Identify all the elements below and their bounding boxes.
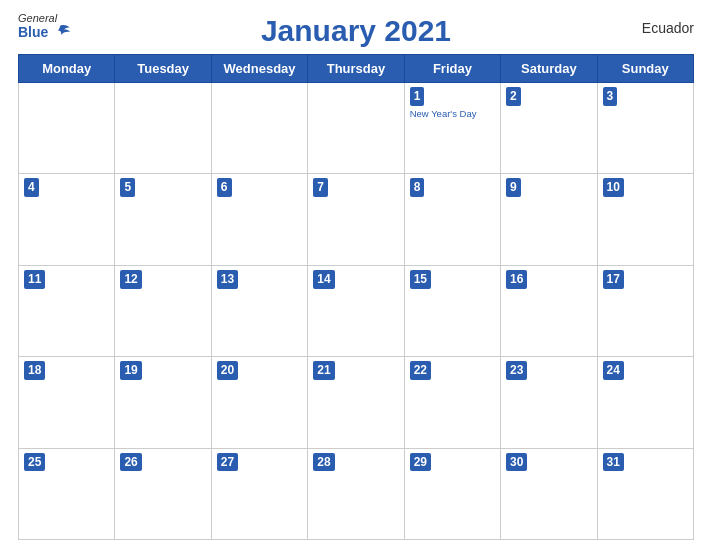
calendar-cell: 11 — [19, 265, 115, 356]
logo: General Blue — [18, 12, 72, 42]
calendar-cell: 0 — [308, 83, 404, 174]
day-number: 11 — [24, 270, 45, 289]
day-number: 29 — [410, 453, 431, 472]
day-number: 24 — [603, 361, 624, 380]
day-number: 20 — [217, 361, 238, 380]
day-number: 22 — [410, 361, 431, 380]
logo-blue: Blue — [18, 25, 48, 40]
weekday-header-tuesday: Tuesday — [115, 55, 211, 83]
day-number: 2 — [506, 87, 521, 106]
calendar-cell: 0 — [19, 83, 115, 174]
calendar-header: General Blue January 2021 Ecuador — [18, 10, 694, 48]
country-label: Ecuador — [642, 20, 694, 36]
calendar-cell: 18 — [19, 357, 115, 448]
calendar-cell: 28 — [308, 448, 404, 539]
calendar-cell: 0 — [115, 83, 211, 174]
logo-bird-icon — [50, 24, 72, 42]
logo-general: General — [18, 12, 72, 24]
day-number: 21 — [313, 361, 334, 380]
day-number: 28 — [313, 453, 334, 472]
calendar-cell: 2 — [501, 83, 597, 174]
day-number: 17 — [603, 270, 624, 289]
calendar-cell: 29 — [404, 448, 500, 539]
calendar-cell: 16 — [501, 265, 597, 356]
calendar-cell: 30 — [501, 448, 597, 539]
day-number: 14 — [313, 270, 334, 289]
calendar-cell: 15 — [404, 265, 500, 356]
calendar-cell: 21 — [308, 357, 404, 448]
day-number: 5 — [120, 178, 135, 197]
calendar-cell: 10 — [597, 174, 693, 265]
day-number: 18 — [24, 361, 45, 380]
day-number: 23 — [506, 361, 527, 380]
calendar-cell: 22 — [404, 357, 500, 448]
calendar-cell: 7 — [308, 174, 404, 265]
day-number: 3 — [603, 87, 618, 106]
calendar-cell: 14 — [308, 265, 404, 356]
calendar-cell: 13 — [211, 265, 307, 356]
week-row-5: 25262728293031 — [19, 448, 694, 539]
day-number: 10 — [603, 178, 624, 197]
holiday-label: New Year's Day — [410, 108, 495, 119]
day-number: 15 — [410, 270, 431, 289]
calendar-cell: 25 — [19, 448, 115, 539]
calendar-cell: 24 — [597, 357, 693, 448]
calendar-cell: 1New Year's Day — [404, 83, 500, 174]
day-number: 4 — [24, 178, 39, 197]
calendar-cell: 31 — [597, 448, 693, 539]
day-number: 9 — [506, 178, 521, 197]
calendar-cell: 23 — [501, 357, 597, 448]
weekday-header-thursday: Thursday — [308, 55, 404, 83]
day-number: 27 — [217, 453, 238, 472]
day-number: 26 — [120, 453, 141, 472]
week-row-2: 45678910 — [19, 174, 694, 265]
calendar-cell: 12 — [115, 265, 211, 356]
day-number: 16 — [506, 270, 527, 289]
weekday-header-row: MondayTuesdayWednesdayThursdayFridaySatu… — [19, 55, 694, 83]
weekday-header-monday: Monday — [19, 55, 115, 83]
weekday-header-friday: Friday — [404, 55, 500, 83]
day-number: 7 — [313, 178, 328, 197]
day-number: 1 — [410, 87, 425, 106]
calendar-cell: 19 — [115, 357, 211, 448]
day-number: 13 — [217, 270, 238, 289]
calendar-title: January 2021 — [261, 14, 451, 48]
calendar-cell: 17 — [597, 265, 693, 356]
day-number: 12 — [120, 270, 141, 289]
calendar-cell: 4 — [19, 174, 115, 265]
day-number: 6 — [217, 178, 232, 197]
calendar-cell: 6 — [211, 174, 307, 265]
calendar-cell: 5 — [115, 174, 211, 265]
week-row-1: 00001New Year's Day23 — [19, 83, 694, 174]
calendar-cell: 20 — [211, 357, 307, 448]
weekday-header-sunday: Sunday — [597, 55, 693, 83]
day-number: 8 — [410, 178, 425, 197]
calendar-table: MondayTuesdayWednesdayThursdayFridaySatu… — [18, 54, 694, 540]
week-row-3: 11121314151617 — [19, 265, 694, 356]
weekday-header-wednesday: Wednesday — [211, 55, 307, 83]
calendar-cell: 27 — [211, 448, 307, 539]
week-row-4: 18192021222324 — [19, 357, 694, 448]
day-number: 31 — [603, 453, 624, 472]
weekday-header-saturday: Saturday — [501, 55, 597, 83]
day-number: 25 — [24, 453, 45, 472]
calendar-cell: 0 — [211, 83, 307, 174]
calendar-cell: 9 — [501, 174, 597, 265]
calendar-cell: 26 — [115, 448, 211, 539]
calendar-cell: 8 — [404, 174, 500, 265]
day-number: 19 — [120, 361, 141, 380]
calendar-cell: 3 — [597, 83, 693, 174]
day-number: 30 — [506, 453, 527, 472]
